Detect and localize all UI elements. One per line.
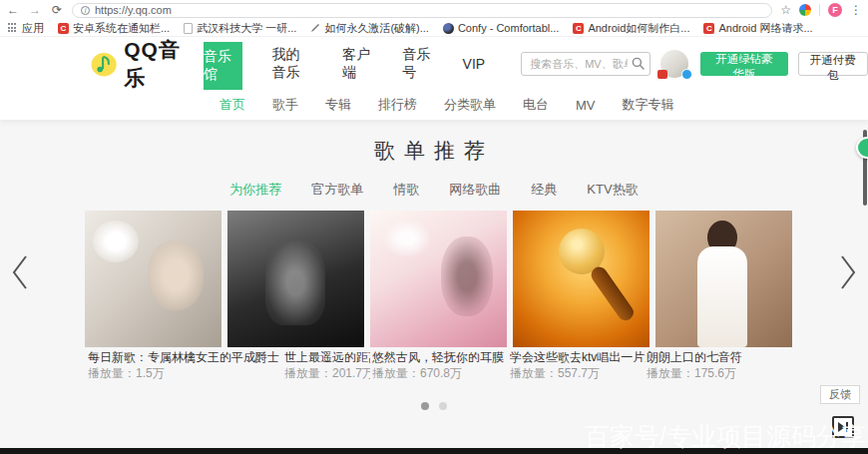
bookmark-item[interactable]: C Android 网络请求...: [703, 21, 812, 36]
apps-shortcut[interactable]: 应用: [8, 21, 44, 36]
browser-address-bar: ← → ⟳ i https://y.qq.com ☆ F ⋮: [0, 0, 868, 20]
qq-music-logo[interactable]: QQ音乐: [90, 36, 190, 92]
carousel-next-button[interactable]: [834, 252, 860, 292]
bookmarks-bar: 应用 C 安卓系统在通知栏... 武汉科技大学 一研... 如何永久激活(破解)…: [0, 20, 868, 37]
main-nav: 音乐馆 我的音乐 客户端 音乐号 VIP: [204, 37, 486, 90]
play-count: 播放量：201.7万: [284, 365, 370, 382]
play-icon: [838, 422, 845, 432]
apps-label: 应用: [22, 21, 44, 36]
qq-badge-icon: [681, 69, 692, 80]
feedback-button[interactable]: 反馈: [820, 385, 860, 404]
search-box: [521, 52, 651, 76]
play-count: 播放量：670.8万: [372, 365, 508, 382]
profile-avatar[interactable]: F: [828, 3, 842, 17]
cover-art-detail: [382, 219, 432, 258]
pen-favicon-icon: [310, 23, 320, 33]
playlist-recommend-section: 歌单推荐 为你推荐 官方歌单 情歌 网络歌曲 经典 KTV热歌: [0, 120, 868, 448]
reload-icon[interactable]: ⟳: [50, 3, 64, 17]
playlist-title[interactable]: 悠然古风，轻抚你的耳膜: [372, 349, 508, 366]
bookmark-star-icon[interactable]: ☆: [780, 3, 791, 17]
open-green-diamond-button[interactable]: 开通绿钻豪华版: [700, 52, 788, 76]
playlist-title[interactable]: 朗朗上口的七音符: [647, 349, 791, 366]
tab-classic[interactable]: 经典: [531, 181, 557, 199]
bookmark-label: Android如何制作白...: [588, 21, 689, 36]
apps-grid-icon: [8, 23, 18, 33]
nav-item-music-account[interactable]: 音乐号: [402, 46, 432, 82]
extension-icon[interactable]: [799, 4, 811, 16]
carousel-dot[interactable]: [421, 402, 429, 410]
subnav-item-category-playlist[interactable]: 分类歌单: [444, 96, 496, 114]
logo-text: QQ音乐: [124, 36, 189, 92]
microphone-shape: [588, 263, 637, 323]
carousel-dot[interactable]: [439, 402, 447, 410]
playlist-cover[interactable]: [370, 211, 507, 347]
sub-nav: 首页 歌手 专辑 排行榜 分类歌单 电台 MV 数字专辑: [0, 90, 868, 120]
subnav-item-rank[interactable]: 排行榜: [378, 96, 417, 114]
nav-item-client[interactable]: 客户端: [342, 46, 372, 82]
chevron-right-icon: [834, 252, 860, 292]
bookmark-label: 武汉科技大学 一研...: [197, 21, 296, 36]
open-paid-package-button[interactable]: 开通付费包: [798, 52, 868, 76]
cover-art-detail: [265, 240, 325, 325]
play-count: 播放量：1.5万: [88, 365, 284, 382]
subnav-item-album[interactable]: 专辑: [325, 96, 351, 114]
subnav-item-singer[interactable]: 歌手: [272, 96, 298, 114]
chevron-left-icon: [8, 252, 34, 292]
tab-official[interactable]: 官方歌单: [311, 181, 363, 199]
page-favicon-icon: [184, 23, 193, 34]
carousel-prev-button[interactable]: [8, 252, 34, 292]
site-info-icon[interactable]: i: [81, 6, 90, 15]
bottom-strip: [0, 448, 868, 454]
subnav-item-radio[interactable]: 电台: [523, 96, 549, 114]
playlist-cover[interactable]: [513, 211, 650, 347]
carousel-dots: [0, 402, 868, 410]
qq-music-page: ← → ⟳ i https://y.qq.com ☆ F ⋮ 应用 C 安卓系统…: [0, 0, 868, 454]
bookmark-item[interactable]: 如何永久激活(破解)...: [310, 21, 429, 36]
cover-art-detail: [441, 236, 493, 316]
bookmark-label: 安卓系统在通知栏...: [73, 21, 170, 36]
category-tabs: 为你推荐 官方歌单 情歌 网络歌曲 经典 KTV热歌: [0, 181, 868, 199]
music-note-icon: [90, 47, 118, 81]
tab-love-songs[interactable]: 情歌: [393, 181, 419, 199]
playlist-cover[interactable]: [227, 211, 364, 347]
confy-favicon-icon: [443, 23, 454, 34]
playlist-title[interactable]: 世上最遥远的距离：想见不能见: [284, 349, 370, 366]
browser-menu-icon[interactable]: ⋮: [850, 3, 862, 17]
csdn-favicon-icon: C: [573, 23, 584, 34]
bookmark-label: Confy - Comfortabl...: [458, 22, 559, 34]
tab-for-you[interactable]: 为你推荐: [229, 181, 281, 199]
csdn-favicon-icon: C: [703, 23, 714, 34]
bookmark-item[interactable]: C 安卓系统在通知栏...: [58, 21, 170, 36]
play-count: 播放量：557.7万: [510, 365, 646, 382]
mini-player-button[interactable]: [832, 416, 854, 438]
back-icon[interactable]: ←: [6, 3, 20, 17]
cover-art-detail: [93, 221, 139, 262]
cover-art-detail: [697, 246, 747, 347]
url-text[interactable]: https://y.qq.com: [95, 4, 172, 16]
playlist-cover[interactable]: [655, 211, 792, 347]
playlist-cover[interactable]: [85, 211, 221, 347]
nav-item-my-music[interactable]: 我的音乐: [272, 46, 312, 82]
search-icon[interactable]: [632, 57, 645, 70]
tab-internet-songs[interactable]: 网络歌曲: [449, 181, 501, 199]
bookmark-item[interactable]: Confy - Comfortabl...: [443, 22, 559, 34]
cover-art-detail: [148, 240, 204, 310]
playlist-title[interactable]: 每日新歌：专属林檎女王的平成爵士: [88, 349, 284, 366]
section-title: 歌单推荐: [0, 137, 868, 165]
bookmark-item[interactable]: C Android如何制作白...: [573, 21, 689, 36]
user-avatar[interactable]: [660, 50, 688, 78]
bookmark-item[interactable]: 武汉科技大学 一研...: [184, 21, 296, 36]
forward-icon[interactable]: →: [28, 3, 42, 17]
bookmark-label: Android 网络请求...: [718, 21, 812, 36]
subnav-item-digital-album[interactable]: 数字专辑: [623, 96, 674, 114]
playlist-title[interactable]: 学会这些歌去ktv唱出一片天: [510, 349, 646, 366]
play-count: 播放量：175.6万: [647, 365, 791, 382]
subnav-item-mv[interactable]: MV: [576, 98, 596, 113]
tab-ktv-hits[interactable]: KTV热歌: [587, 181, 638, 199]
csdn-favicon-icon: C: [58, 23, 69, 34]
nav-item-music-hall[interactable]: 音乐馆: [204, 42, 242, 90]
nav-item-vip[interactable]: VIP: [463, 56, 486, 72]
site-header: QQ音乐 音乐馆 我的音乐 客户端 音乐号 VIP 开通绿钻豪华版 开通付费包: [0, 37, 868, 90]
url-bar[interactable]: i https://y.qq.com: [72, 3, 772, 18]
subnav-item-home[interactable]: 首页: [219, 96, 245, 114]
